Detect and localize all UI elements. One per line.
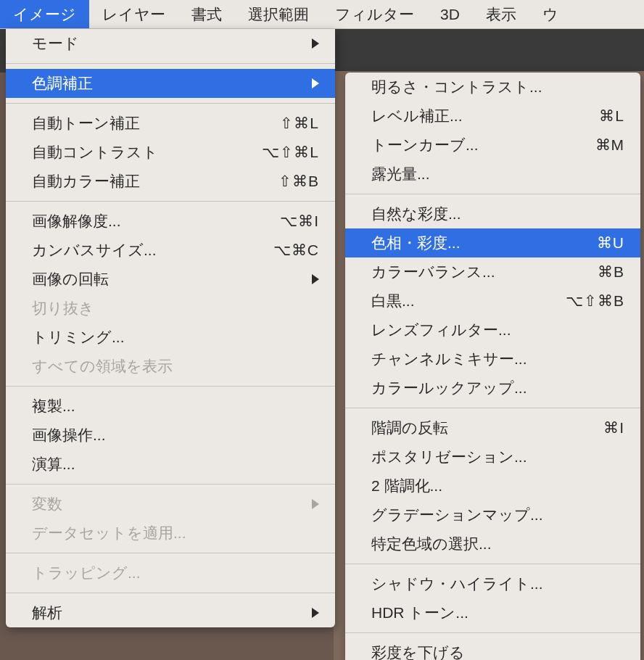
menubar-表示[interactable]: 表示 (473, 0, 529, 28)
menu-item-label: 階調の反転 (371, 418, 590, 438)
submenu-arrow-icon (312, 78, 319, 88)
menu-item-切り抜き: 切り抜き (6, 294, 335, 323)
menu-item-自動コントラスト[interactable]: 自動コントラスト⌥⇧⌘L (6, 138, 335, 167)
submenu-arrow-icon (312, 38, 319, 49)
menu-item-2-階調化[interactable]: 2 階調化... (345, 471, 640, 500)
menubar-レイヤー[interactable]: レイヤー (89, 0, 178, 28)
menu-item-label: 画像の回転 (32, 269, 299, 289)
menu-item-shortcut: ⌥⌘I (280, 213, 319, 230)
menu-item-色調補正[interactable]: 色調補正 (6, 69, 335, 98)
menubar-label: レイヤー (102, 4, 165, 25)
menu-item-label: 彩度を下げる (371, 643, 624, 660)
menu-item-label: 自然な彩度... (371, 204, 624, 224)
menu-item-shortcut: ⌘M (595, 136, 625, 154)
menu-item-hdr-トーン[interactable]: HDR トーン... (345, 598, 640, 627)
menu-item-変数: 変数 (6, 490, 335, 519)
menu-item-自然な彩度[interactable]: 自然な彩度... (345, 199, 640, 228)
menu-item-shortcut: ⌘B (598, 263, 624, 281)
menu-item-シャドウ-ハイライト[interactable]: シャドウ・ハイライト... (345, 569, 640, 598)
menu-item-チャンネルミキサー[interactable]: チャンネルミキサー... (345, 345, 640, 374)
menu-item-label: 自動コントラスト (32, 142, 249, 162)
menu-separator (6, 386, 335, 387)
menu-item-label: すべての領域を表示 (32, 356, 319, 376)
menu-item-露光量[interactable]: 露光量... (345, 160, 640, 189)
menu-separator (345, 632, 640, 633)
menu-item-すべての領域を表示: すべての領域を表示 (6, 352, 335, 381)
menu-item-彩度を下げる[interactable]: 彩度を下げる (345, 638, 640, 660)
menu-item-label: モード (32, 33, 299, 54)
menu-separator (6, 201, 335, 202)
menu-item-label: 自動トーン補正 (32, 113, 267, 133)
menu-item-トリミング[interactable]: トリミング... (6, 323, 335, 352)
menu-item-レベル補正[interactable]: レベル補正...⌘L (345, 102, 640, 131)
menu-separator (6, 103, 335, 104)
menu-item-カラールックアップ[interactable]: カラールックアップ... (345, 374, 640, 403)
menu-item-ポスタリゼーション[interactable]: ポスタリゼーション... (345, 442, 640, 471)
menu-item-label: カラールックアップ... (371, 378, 624, 398)
menubar-フィルター[interactable]: フィルター (322, 0, 427, 28)
menu-item-label: 解析 (32, 603, 299, 623)
menu-item-複製[interactable]: 複製... (6, 392, 335, 421)
menu-item-label: チャンネルミキサー... (371, 349, 624, 369)
menubar-3d[interactable]: 3D (427, 0, 473, 28)
menu-item-label: トーンカーブ... (371, 135, 582, 155)
menubar-label: 3D (440, 6, 460, 23)
menu-item-データセットを適用: データセットを適用... (6, 519, 335, 548)
menu-item-label: レベル補正... (371, 106, 586, 126)
submenu-arrow-icon (312, 274, 319, 284)
menu-item-グラデーションマップ[interactable]: グラデーションマップ... (345, 500, 640, 529)
menu-item-label: 演算... (32, 454, 319, 474)
menu-item-label: 複製... (32, 396, 319, 416)
menu-item-明るさ-コントラスト[interactable]: 明るさ・コントラスト... (345, 73, 640, 102)
menu-item-画像の回転[interactable]: 画像の回転 (6, 265, 335, 294)
menubar-書式[interactable]: 書式 (178, 0, 235, 28)
menubar-label: 書式 (191, 4, 222, 25)
menu-item-label: 画像解像度... (32, 211, 267, 231)
menu-item-shortcut: ⌘I (603, 419, 624, 437)
menu-item-カンバスサイズ[interactable]: カンバスサイズ...⌥⌘C (6, 236, 335, 265)
menu-item-色相-彩度[interactable]: 色相・彩度...⌘U (345, 228, 640, 257)
menubar-選択範囲[interactable]: 選択範囲 (235, 0, 322, 28)
menu-item-レンズフィルター[interactable]: レンズフィルター... (345, 315, 640, 345)
menu-item-自動カラー補正[interactable]: 自動カラー補正⇧⌘B (6, 167, 335, 196)
menu-item-特定色域の選択[interactable]: 特定色域の選択... (345, 529, 640, 558)
adjustments-submenu: 明るさ・コントラスト...レベル補正...⌘Lトーンカーブ...⌘M露光量...… (345, 73, 640, 660)
submenu-arrow-icon (312, 608, 319, 618)
menu-item-トラッピング: トラッピング... (6, 558, 335, 587)
menubar-label: フィルター (335, 4, 414, 25)
menu-item-label: 露光量... (371, 164, 624, 184)
menu-item-label: トラッピング... (32, 563, 319, 583)
menu-item-カラーバランス[interactable]: カラーバランス...⌘B (345, 257, 640, 286)
menu-item-label: シャドウ・ハイライト... (371, 574, 624, 594)
menu-item-白黒[interactable]: 白黒...⌥⇧⌘B (345, 286, 640, 315)
menu-item-shortcut: ⌥⇧⌘B (566, 292, 624, 310)
menu-item-label: カラーバランス... (371, 262, 585, 282)
menu-item-shortcut: ⇧⌘B (278, 173, 319, 190)
menubar: イメージレイヤー書式選択範囲フィルター3D表示ウ (0, 0, 644, 29)
menu-item-shortcut: ⌥⇧⌘L (262, 144, 319, 161)
menu-item-画像操作[interactable]: 画像操作... (6, 421, 335, 450)
menu-item-label: 色調補正 (32, 73, 299, 94)
menu-separator (345, 564, 640, 564)
menu-item-label: 画像操作... (32, 425, 319, 445)
menubar-イメージ[interactable]: イメージ (0, 0, 89, 28)
menu-item-label: トリミング... (32, 327, 319, 347)
menu-item-label: HDR トーン... (371, 603, 624, 623)
menu-item-shortcut: ⌘L (599, 107, 624, 125)
menubar-label: イメージ (13, 4, 76, 25)
menu-item-shortcut: ⇧⌘L (280, 115, 319, 132)
menubar-ウ[interactable]: ウ (529, 0, 571, 28)
menu-item-トーンカーブ[interactable]: トーンカーブ...⌘M (345, 131, 640, 160)
menu-item-label: ポスタリゼーション... (371, 447, 624, 467)
menu-item-階調の反転[interactable]: 階調の反転⌘I (345, 413, 640, 442)
menu-separator (6, 484, 335, 484)
image-menu: モード色調補正自動トーン補正⇧⌘L自動コントラスト⌥⇧⌘L自動カラー補正⇧⌘B画… (6, 29, 335, 627)
menu-item-モード[interactable]: モード (6, 29, 335, 58)
menu-item-label: 明るさ・コントラスト... (371, 77, 624, 97)
menu-item-label: 白黒... (371, 291, 553, 311)
menu-separator (6, 593, 335, 593)
menu-item-画像解像度[interactable]: 画像解像度...⌥⌘I (6, 207, 335, 236)
menu-item-解析[interactable]: 解析 (6, 598, 335, 627)
menu-item-演算[interactable]: 演算... (6, 450, 335, 479)
menu-item-自動トーン補正[interactable]: 自動トーン補正⇧⌘L (6, 109, 335, 138)
